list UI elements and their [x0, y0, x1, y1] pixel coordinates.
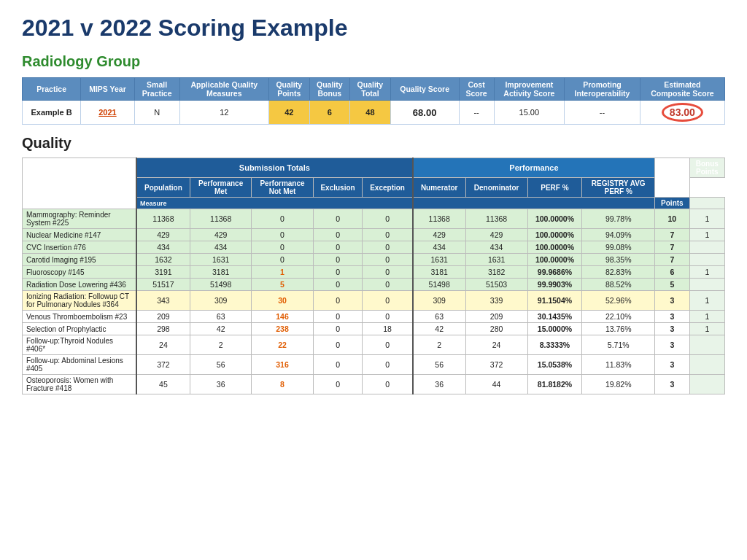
- exclusion-val: 0: [313, 254, 363, 266]
- exclusion-val: 0: [313, 279, 363, 291]
- points-val: 3: [655, 355, 690, 375]
- population-val: 1632: [136, 254, 190, 266]
- col-points-sub: Points: [655, 198, 690, 209]
- bonus-val: 1: [689, 229, 724, 241]
- bonus-val: [689, 254, 724, 266]
- exception-val: 0: [363, 254, 413, 266]
- denominator-val: 44: [465, 375, 527, 394]
- submission-totals-header: Submission Totals: [136, 158, 413, 178]
- col-small-practice: SmallPractice: [134, 78, 179, 101]
- col-perf-pct: PERF %: [527, 178, 582, 198]
- denominator-val: 372: [465, 355, 527, 375]
- population-val: 24: [136, 335, 190, 355]
- exception-val: 0: [363, 355, 413, 375]
- registry-avg-val: 13.76%: [582, 323, 655, 335]
- perf-met-val: 63: [190, 311, 251, 323]
- population-val: 298: [136, 323, 190, 335]
- bonus-val: 1: [689, 291, 724, 311]
- exception-val: 0: [363, 311, 413, 323]
- exclusion-val: 0: [313, 291, 363, 311]
- perf-met-val: 3181: [190, 266, 251, 279]
- col-exclusion: Exclusion: [313, 178, 363, 198]
- col-exception: Exception: [363, 178, 413, 198]
- quality-points-value: 42: [268, 101, 309, 125]
- numerator-val: 429: [413, 229, 465, 241]
- denominator-val: 1631: [465, 254, 527, 266]
- quality-table-row: Follow-up:Thyroid Nodules #406* 24 2 22 …: [23, 335, 725, 355]
- col-mips-year: MIPS Year: [81, 78, 134, 101]
- exception-val: 0: [363, 291, 413, 311]
- bonus-val: [689, 375, 724, 394]
- col-composite-score: EstimatedComposite Score: [640, 78, 724, 101]
- exclusion-val: 0: [313, 323, 363, 335]
- points-val: 7: [655, 254, 690, 266]
- numerator-val: 434: [413, 241, 465, 254]
- points-val: 3: [655, 311, 690, 323]
- col-promoting-interop: PromotingInteroperability: [565, 78, 640, 101]
- summary-row: Example B 2021 N 12 42 6 48 68.00 -- 15.…: [23, 101, 725, 125]
- exclusion-val: 0: [313, 266, 363, 279]
- quality-detail-table: Submission Totals Performance BonusPoint…: [22, 158, 725, 394]
- summary-table: Practice MIPS Year SmallPractice Applica…: [22, 77, 725, 125]
- bonus-val: [689, 335, 724, 355]
- quality-table-row: Mammography: Reminder System #225 11368 …: [23, 209, 725, 229]
- col-practice: Practice: [23, 78, 81, 101]
- points-val: 5: [655, 279, 690, 291]
- measure-label: Selection of Prophylactic: [23, 323, 136, 335]
- bonus-val: 1: [689, 209, 724, 229]
- perf-pct-val: 99.9903%: [527, 279, 582, 291]
- performance-header: Performance: [413, 158, 655, 178]
- exclusion-val: 0: [313, 209, 363, 229]
- population-val: 51517: [136, 279, 190, 291]
- population-val: 434: [136, 241, 190, 254]
- perf-pct-val: 8.3333%: [527, 335, 582, 355]
- promoting-interop-value: --: [565, 101, 640, 125]
- quality-table-row: Venous Thromboembolism #23 209 63 146 0 …: [23, 311, 725, 323]
- denominator-val: 429: [465, 229, 527, 241]
- bonus-val: [689, 355, 724, 375]
- perf-met-val: 36: [190, 375, 251, 394]
- perf-met-val: 56: [190, 355, 251, 375]
- bonus-val: 1: [689, 266, 724, 279]
- points-val: 3: [655, 323, 690, 335]
- numerator-val: 63: [413, 311, 465, 323]
- quality-table-row: CVC Insertion #76 434 434 0 0 0 434 434 …: [23, 241, 725, 254]
- exclusion-val: 0: [313, 375, 363, 394]
- quality-section-heading: Quality: [22, 135, 725, 152]
- col-perf-met: PerformanceMet: [190, 178, 251, 198]
- registry-avg-val: 82.83%: [582, 266, 655, 279]
- perf-met-val: 42: [190, 323, 251, 335]
- registry-avg-val: 11.83%: [582, 355, 655, 375]
- perf-pct-val: 99.9686%: [527, 266, 582, 279]
- perf-not-met-val: 316: [252, 355, 313, 375]
- perf-not-met-val: 22: [252, 335, 313, 355]
- quality-table-row: Osteoporosis: Women with Fracture #418 4…: [23, 375, 725, 394]
- perf-pct-val: 100.0000%: [527, 241, 582, 254]
- numerator-val: 42: [413, 323, 465, 335]
- improvement-activity-value: 15.00: [494, 101, 565, 125]
- perf-pct-val: 30.1435%: [527, 311, 582, 323]
- perf-pct-val: 15.0538%: [527, 355, 582, 375]
- exception-val: 0: [363, 335, 413, 355]
- measure-label: Nuclear Medicine #147: [23, 229, 136, 241]
- exclusion-val: 0: [313, 311, 363, 323]
- quality-score-value: 68.00: [390, 101, 459, 125]
- points-val: 10: [655, 209, 690, 229]
- col-quality-points: QualityPoints: [268, 78, 309, 101]
- exclusion-val: 0: [313, 241, 363, 254]
- points-val: 7: [655, 229, 690, 241]
- measure-label: Follow-up: Abdominal Lesions #405: [23, 355, 136, 375]
- denominator-val: 209: [465, 311, 527, 323]
- registry-avg-val: 94.09%: [582, 229, 655, 241]
- numerator-val: 2: [413, 335, 465, 355]
- group-label: Radiology Group: [22, 53, 725, 70]
- numerator-val: 3181: [413, 266, 465, 279]
- bonus-val: 1: [689, 323, 724, 335]
- points-val: 7: [655, 241, 690, 254]
- denominator-val: 339: [465, 291, 527, 311]
- exclusion-val: 0: [313, 229, 363, 241]
- denominator-val: 280: [465, 323, 527, 335]
- denominator-val: 3182: [465, 266, 527, 279]
- measure-label: Fluoroscopy #145: [23, 266, 136, 279]
- numerator-val: 1631: [413, 254, 465, 266]
